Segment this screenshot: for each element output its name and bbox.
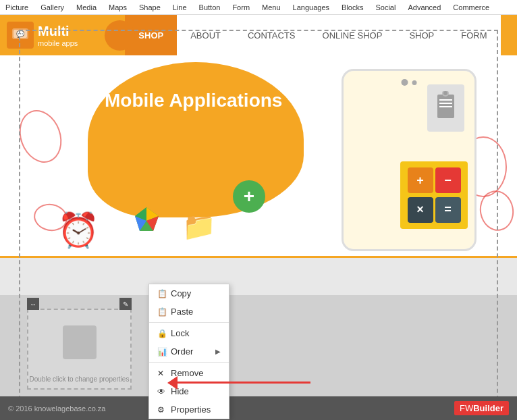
context-menu-order[interactable]: 📊 Order ▶ [149,342,229,361]
logo-icon: 💬 [7,22,34,49]
context-menu-divider-1 [149,322,229,323]
phone-camera [402,79,417,86]
paste-label: Paste [171,307,193,317]
hero-section: Mobile Applications + [0,55,517,258]
context-menu-divider-2 [149,362,229,363]
remove-icon: ✕ [157,369,167,378]
nav-link-online-shop[interactable]: ONLINE SHOP [309,15,396,55]
menu-item-blocks[interactable]: Blocks [339,2,366,13]
menu-item-media[interactable]: Media [74,2,99,13]
calc-times: × [408,197,433,223]
context-menu-remove[interactable]: ✕ Remove [149,364,229,382]
nav-logo: 💬 Multi mobile apps [0,15,84,55]
svg-rect-6 [439,106,452,107]
menu-item-maps[interactable]: Maps [106,2,130,13]
deco-doodle-1 [12,104,69,169]
folder-icon: 📁 [182,211,216,242]
order-content: 📊 Order [157,346,193,357]
context-menu-lock[interactable]: 🔒 Lock [149,324,229,342]
properties-icon: ⚙ [157,405,167,415]
paste-icon: 📋 [157,307,167,317]
widget-edit-btn[interactable]: ✎ [119,298,132,310]
submenu-arrow-icon: ▶ [215,348,221,355]
camera-dot-2 [412,80,417,85]
nav-link-about[interactable]: ABOUT [177,15,234,55]
nav-decoration-circle [105,20,135,51]
svg-text:💬: 💬 [16,30,25,38]
clock-icon: ⏰ [57,211,99,250]
svg-rect-5 [439,103,452,104]
footer: © 2016 knowelagebase.co.za FWBuilder [0,396,517,420]
widget-toolbar: ↔ [27,298,39,310]
widget-inner-placeholder [63,325,97,359]
menu-item-gallery[interactable]: Gallery [38,2,67,13]
calculator-widget: + − × = [400,161,468,229]
plus-button[interactable]: + [233,180,265,213]
website-preview: 💬 Multi mobile apps SHOP ABOUT CONTACTS … [0,15,517,420]
copy-label: Copy [171,288,191,298]
maps-icon [132,204,162,242]
menu-item-commerce[interactable]: Commerce [450,2,492,13]
logo-name: Multi [38,24,78,39]
context-menu-copy[interactable]: 📋 Copy [149,284,229,303]
lock-label: Lock [171,328,189,338]
menu-item-languages[interactable]: Languages [290,2,332,13]
nav-link-form[interactable]: FORM [447,15,500,55]
lock-icon: 🔒 [157,329,167,338]
hide-icon: 👁 [157,387,167,396]
context-menu-properties[interactable]: ⚙ Properties [149,400,229,419]
nav-link-contacts[interactable]: CONTACTS [234,15,309,55]
nav-bar: 💬 Multi mobile apps SHOP ABOUT CONTACTS … [0,15,517,55]
camera-dot-1 [402,79,408,86]
menu-item-picture[interactable]: Picture [3,2,31,13]
logo-text: Multi mobile apps [38,24,78,47]
widget-content [63,325,97,373]
menu-item-advanced[interactable]: Advanced [405,2,443,13]
clipboard-icon [427,84,464,132]
calc-plus: + [408,167,433,193]
calc-minus: − [435,167,461,193]
menu-item-menu[interactable]: Menu [259,2,283,13]
logo-sub: mobile apps [38,39,78,47]
order-label: Order [171,346,193,357]
copy-icon: 📋 [157,289,167,298]
phone-mockup: + − × = [342,69,477,251]
widget-placeholder[interactable]: ↔ ✎ Double click to change properties [27,309,132,390]
speech-bubble [88,62,304,217]
order-icon: 📊 [157,347,167,357]
menu-item-line[interactable]: Line [170,2,190,13]
menu-item-form[interactable]: Form [229,2,252,13]
menu-item-shape[interactable]: Shape [136,2,163,13]
arrow-line [175,382,310,384]
svg-point-8 [443,91,447,95]
svg-rect-4 [439,99,452,101]
calc-equals: = [435,197,461,223]
context-menu-hide[interactable]: 👁 Hide [149,382,229,400]
phone-screen: + − × = [344,71,474,249]
menu-item-button[interactable]: Button [196,2,223,13]
context-menu: 📋 Copy 📋 Paste 🔒 Lock 📊 Order ▶ ✕ Remove… [148,284,229,419]
fwbuilder-label: FW [460,403,473,413]
properties-label: Properties [171,404,211,415]
nav-link-shop2[interactable]: SHOP [396,15,447,55]
footer-copyright: © 2016 knowelagebase.co.za [8,404,105,413]
fwbuilder-badge: FWBuilder [454,401,509,415]
hero-title: Mobile Applications [105,89,282,112]
nav-links: SHOP ABOUT CONTACTS ONLINE SHOP SHOP FOR… [125,15,500,55]
top-menu-bar: Picture Gallery Media Maps Shape Line Bu… [0,0,517,15]
context-menu-paste[interactable]: 📋 Paste [149,303,229,321]
menu-item-social[interactable]: Social [373,2,398,13]
widget-move-btn[interactable]: ↔ [27,298,39,310]
widget-description: Double click to change properties [28,375,130,383]
